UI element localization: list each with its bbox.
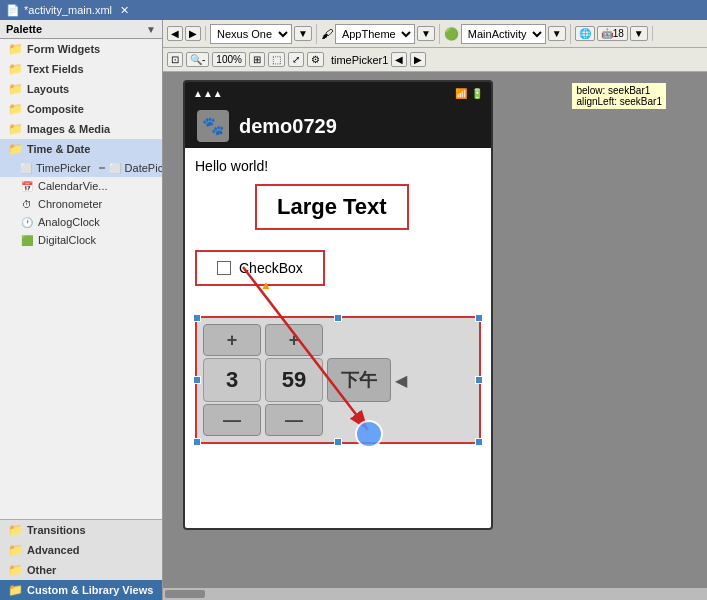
zoom-fit-button[interactable]: ⊡ xyxy=(167,52,183,67)
phone-content: Hello world! Large Text CheckBox ▲ xyxy=(185,148,491,528)
tab-divider xyxy=(99,167,105,169)
sidebar-item-transitions[interactable]: 📁 Transitions xyxy=(0,520,162,540)
sidebar-item-text-fields[interactable]: 📁 Text Fields xyxy=(0,59,162,79)
phone-mockup: ▲▲▲ 📶 🔋 🐾 demo0729 Hello world! Large Te… xyxy=(183,80,493,530)
checkbox-box[interactable] xyxy=(217,261,231,275)
calendarview-icon: 📅 xyxy=(20,179,34,193)
selection-handle-ml xyxy=(193,376,201,384)
widget-label: timePicker1 xyxy=(331,54,388,66)
sidebar-item-label: CalendarVie... xyxy=(38,180,108,192)
sidebar-section-label: Advanced xyxy=(27,544,80,556)
checkbox-area[interactable]: CheckBox ▲ xyxy=(195,250,325,286)
hour-up-button[interactable]: + xyxy=(203,324,261,356)
sidebar-item-custom-library[interactable]: 📁 Custom & Library Views xyxy=(0,580,162,600)
toolbar-device-group: Nexus One ▼ xyxy=(210,24,317,44)
settings-button[interactable]: ⚙ xyxy=(307,52,324,67)
ampm-value[interactable]: 下午 xyxy=(327,358,391,402)
folder-icon: 📁 xyxy=(8,122,23,136)
tooltip-box: below: seekBar1 alignLeft: seekBar1 xyxy=(571,82,667,110)
selection-handle-tr xyxy=(475,314,483,322)
drag-circle[interactable] xyxy=(355,420,383,448)
sidebar-section-label: Custom & Library Views xyxy=(27,584,153,596)
sidebar-item-other[interactable]: 📁 Other xyxy=(0,560,162,580)
selection-handle-bl xyxy=(193,438,201,446)
folder-icon: 📁 xyxy=(8,142,23,156)
zoom-out-button[interactable]: 🔍- xyxy=(186,52,209,67)
sidebar-item-timepicker[interactable]: ⬜ TimePicker ⬜ DatePicker xyxy=(0,159,162,177)
canvas-area[interactable]: below: seekBar1 alignLeft: seekBar1 ▲▲▲ … xyxy=(163,72,707,600)
toolbar-activity-group: 🟢 MainActivity ▼ xyxy=(444,24,571,44)
sidebar-section-label: Form Widgets xyxy=(27,43,100,55)
phone-app-bar: 🐾 demo0729 xyxy=(185,104,491,148)
hour-down-button[interactable]: — xyxy=(203,404,261,436)
api-config-button[interactable]: ▼ xyxy=(630,26,648,41)
back-button[interactable]: ◀ xyxy=(167,26,183,41)
tooltip-line1: below: seekBar1 xyxy=(576,85,662,96)
theme-config-button[interactable]: ▼ xyxy=(417,26,435,41)
content-area: ◀ ▶ Nexus One ▼ 🖌 AppTheme ▼ 🟢 MainActiv… xyxy=(163,20,707,600)
selection-handle-tl xyxy=(193,314,201,322)
minute-column: + 59 — xyxy=(265,324,323,436)
minute-down-button[interactable]: — xyxy=(265,404,323,436)
sidebar-section-label: Images & Media xyxy=(27,123,110,135)
grid-button[interactable]: ⊞ xyxy=(249,52,265,67)
title-bar-close[interactable]: ✕ xyxy=(120,4,129,17)
scrollbar-thumb[interactable] xyxy=(165,590,205,598)
datepicker-icon: ⬜ xyxy=(109,161,121,175)
timepicker-widget[interactable]: + 3 — + 59 xyxy=(195,316,481,444)
expand-button[interactable]: ⤢ xyxy=(288,52,304,67)
folder-icon: 📁 xyxy=(8,42,23,56)
sidebar-item-time-date[interactable]: 📁 Time & Date xyxy=(0,139,162,159)
activity-config-button[interactable]: ▼ xyxy=(548,26,566,41)
horizontal-scrollbar[interactable] xyxy=(163,588,707,600)
prev-widget-button[interactable]: ◀ xyxy=(391,52,407,67)
activity-select[interactable]: MainActivity xyxy=(461,24,546,44)
timepicker-icon: ⬜ xyxy=(20,161,32,175)
sidebar-item-analogclock[interactable]: 🕐 AnalogClock xyxy=(0,213,162,231)
sidebar-item-digitalclock[interactable]: 🟩 DigitalClock xyxy=(0,231,162,249)
sidebar-section-label: Layouts xyxy=(27,83,69,95)
sidebar-bottom: 📁 Transitions 📁 Advanced 📁 Other 📁 Custo… xyxy=(0,519,162,600)
title-bar-label: *activity_main.xml xyxy=(24,4,112,16)
folder-icon: 📁 xyxy=(8,583,23,597)
toolbar-2: ⊡ 🔍- 100% ⊞ ⬚ ⤢ ⚙ timePicker1 ◀ ▶ xyxy=(163,48,707,72)
api-button[interactable]: 🤖 18 xyxy=(597,26,628,41)
selection-handle-tm xyxy=(334,314,342,322)
minus-icon: — xyxy=(285,410,303,431)
next-widget-button[interactable]: ▶ xyxy=(410,52,426,67)
sidebar-item-label: DatePicker xyxy=(125,162,162,174)
theme-select[interactable]: AppTheme xyxy=(335,24,415,44)
folder-icon: 📁 xyxy=(8,82,23,96)
large-text-element[interactable]: Large Text xyxy=(255,184,409,230)
title-bar: 📄 *activity_main.xml ✕ xyxy=(0,0,707,20)
sidebar-item-chronometer[interactable]: ⏱ Chronometer xyxy=(0,195,162,213)
sidebar-item-calendarview[interactable]: 📅 CalendarVie... xyxy=(0,177,162,195)
sidebar-item-images-media[interactable]: 📁 Images & Media xyxy=(0,119,162,139)
sidebar-item-advanced[interactable]: 📁 Advanced xyxy=(0,540,162,560)
sidebar-section-label: Text Fields xyxy=(27,63,84,75)
sidebar-item-layouts[interactable]: 📁 Layouts xyxy=(0,79,162,99)
api-label: 🤖 xyxy=(601,28,613,39)
locale-button[interactable]: 🌐 xyxy=(575,26,595,41)
title-bar-icon: 📄 xyxy=(6,4,20,17)
device-select[interactable]: Nexus One xyxy=(210,24,292,44)
minute-up-button[interactable]: + xyxy=(265,324,323,356)
selection-handle-bm xyxy=(334,438,342,446)
wifi-icon: 📶 xyxy=(455,88,467,99)
forward-button[interactable]: ▶ xyxy=(185,26,201,41)
layout-toggle-button[interactable]: ⬚ xyxy=(268,52,285,67)
zoom-100-button[interactable]: 100% xyxy=(212,52,246,67)
tooltip-line2: alignLeft: seekBar1 xyxy=(576,96,662,107)
sidebar-collapse-icon[interactable]: ▼ xyxy=(146,24,156,35)
chronometer-icon: ⏱ xyxy=(20,197,34,211)
sidebar-item-label: Chronometer xyxy=(38,198,102,210)
signal-icon: ▲▲▲ xyxy=(193,88,223,99)
device-config-button[interactable]: ▼ xyxy=(294,26,312,41)
sidebar-item-label: AnalogClock xyxy=(38,216,100,228)
hour-column: + 3 — xyxy=(203,324,261,436)
folder-icon: 📁 xyxy=(8,523,23,537)
warning-icon: ▲ xyxy=(260,278,272,292)
sidebar-item-form-widgets[interactable]: 📁 Form Widgets xyxy=(0,39,162,59)
phone-status-bar: ▲▲▲ 📶 🔋 xyxy=(185,82,491,104)
sidebar-item-composite[interactable]: 📁 Composite xyxy=(0,99,162,119)
